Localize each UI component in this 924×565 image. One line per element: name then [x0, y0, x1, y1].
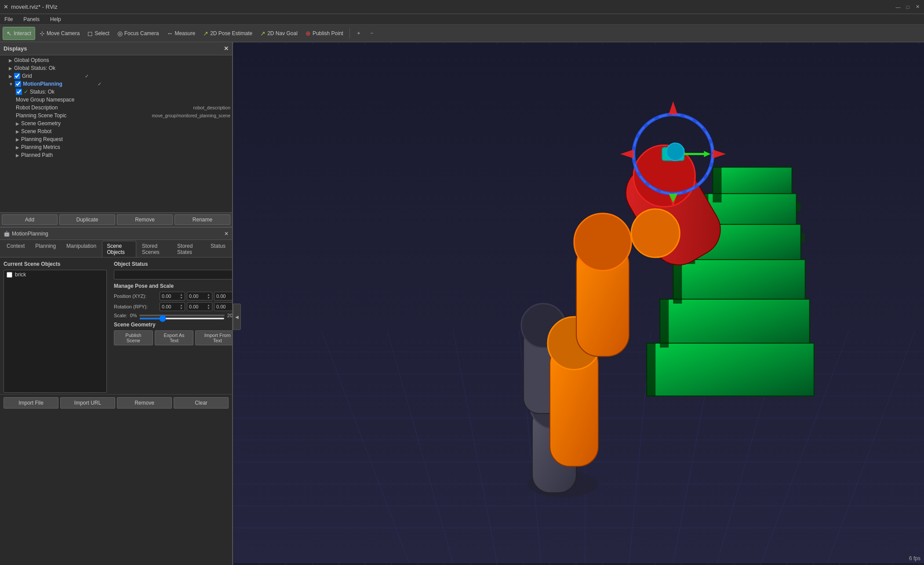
position-y-input[interactable]: ▲▼ — [187, 292, 212, 301]
window-controls: — □ ✕ — [895, 4, 920, 10]
interact-button[interactable]: ↖ Interact — [3, 27, 35, 40]
nav-goal-icon: ↗ — [260, 30, 266, 37]
move-camera-button[interactable]: ⊹ Move Camera — [36, 27, 83, 40]
menu-file[interactable]: File — [2, 15, 15, 23]
tab-scene-objects[interactable]: Scene Objects — [102, 241, 136, 257]
robot-icon: 🤖 — [4, 231, 10, 237]
import-from-text-button[interactable]: Import From Text — [195, 330, 232, 345]
tab-stored-scenes[interactable]: Stored Scenes — [137, 241, 171, 257]
pos-x-down[interactable]: ▼ — [180, 296, 183, 299]
rotation-r-input[interactable]: ▲▼ — [160, 302, 185, 311]
rotation-y-input[interactable]: ▲▼ — [214, 302, 232, 311]
svg-rect-28 — [713, 167, 721, 203]
tree-item-global-options[interactable]: ▶ Global Options — [0, 56, 232, 64]
pos-y-up[interactable]: ▲ — [207, 293, 210, 296]
tree-item-robot-description[interactable]: Robot Description robot_description — [0, 104, 232, 112]
menu-panels[interactable]: Panels — [21, 15, 42, 23]
3d-scene — [233, 42, 924, 565]
clear-button[interactable]: Clear — [174, 397, 229, 409]
rot-y-value[interactable] — [216, 304, 232, 309]
rotation-p-input[interactable]: ▲▼ — [187, 302, 212, 311]
add-display-button[interactable]: Add — [2, 214, 58, 225]
rot-r-value[interactable] — [162, 304, 179, 309]
plus-icon: ＋ — [356, 29, 361, 37]
tab-stored-states[interactable]: Stored States — [172, 241, 205, 257]
maximize-button[interactable]: □ — [905, 4, 911, 10]
menu-help[interactable]: Help — [47, 15, 64, 23]
displays-tree[interactable]: ▶ Global Options ▶ Global Status: Ok ▶ G… — [0, 55, 232, 212]
tree-item-motion-planning[interactable]: ▼ MotionPlanning ✓ — [0, 80, 232, 88]
viewport[interactable]: ◀ 6 fps — [233, 42, 924, 565]
displays-buttons: Add Duplicate Remove Rename — [0, 212, 232, 227]
menu-bar: File Panels Help — [0, 14, 924, 25]
2d-nav-goal-button[interactable]: ↗ 2D Nav Goal — [257, 27, 301, 40]
object-list[interactable]: brick — [4, 270, 107, 393]
focus-camera-button[interactable]: ◎ Focus Camera — [114, 27, 163, 40]
motion-planning-panel-title: 🤖 MotionPlanning — [4, 231, 48, 237]
tree-item-planning-scene-topic[interactable]: Planning Scene Topic move_group/monitore… — [0, 112, 232, 120]
remove-display-button[interactable]: Remove — [117, 214, 173, 225]
brick-checkbox[interactable] — [7, 272, 12, 278]
tree-item-scene-geometry[interactable]: ▶ Scene Geometry — [0, 120, 232, 127]
displays-close[interactable]: ✕ — [224, 45, 229, 52]
measure-icon: ↔ — [167, 30, 173, 37]
brick-label: brick — [15, 272, 26, 278]
pos-x-up[interactable]: ▲ — [180, 293, 183, 296]
object-status-box — [114, 270, 232, 279]
minimize-button[interactable]: — — [895, 4, 901, 10]
robot-description-value: robot_description — [193, 105, 230, 110]
scale-range-input[interactable] — [139, 318, 224, 319]
rot-p-up[interactable]: ▲ — [207, 304, 210, 307]
pos-z-value[interactable] — [216, 293, 232, 299]
tree-item-planned-path[interactable]: ▶ Planned Path — [0, 151, 232, 159]
import-url-button[interactable]: Import URL — [60, 397, 115, 409]
publish-scene-button[interactable]: Publish Scene — [114, 330, 153, 345]
scene-objects-layout: Current Scene Objects brick Object Statu… — [4, 261, 229, 393]
duplicate-display-button[interactable]: Duplicate — [59, 214, 115, 225]
rename-display-button[interactable]: Rename — [175, 214, 230, 225]
motion-panel-close[interactable]: ✕ — [224, 231, 229, 237]
tab-context[interactable]: Context — [2, 241, 29, 257]
measure-button[interactable]: ↔ Measure — [163, 27, 199, 40]
export-as-text-button[interactable]: Export As Text — [155, 330, 194, 345]
publish-point-button[interactable]: ⊕ Publish Point — [302, 27, 347, 40]
tree-item-planning-request[interactable]: ▶ Planning Request — [0, 135, 232, 143]
scale-label: Scale: — [114, 313, 127, 318]
scene-objects-content: Current Scene Objects brick Object Statu… — [0, 257, 232, 394]
status-checkbox[interactable] — [16, 89, 22, 95]
tab-status[interactable]: Status — [206, 241, 230, 257]
select-button[interactable]: ◻ Select — [84, 27, 113, 40]
tab-manipulation[interactable]: Manipulation — [62, 241, 101, 257]
pos-x-value[interactable] — [162, 293, 179, 299]
2d-pose-estimate-button[interactable]: ↗ 2D Pose Estimate — [200, 27, 256, 40]
rot-p-down[interactable]: ▼ — [207, 307, 210, 310]
tab-planning[interactable]: Planning — [30, 241, 61, 257]
pos-y-down[interactable]: ▼ — [207, 296, 210, 299]
remove-object-button[interactable]: Remove — [117, 397, 172, 409]
rot-p-value[interactable] — [189, 304, 207, 309]
pos-y-value[interactable] — [189, 293, 207, 299]
motion-planning-checkbox[interactable] — [15, 81, 21, 87]
tree-item-global-status[interactable]: ▶ Global Status: Ok — [0, 64, 232, 72]
tree-item-scene-robot[interactable]: ▶ Scene Robot — [0, 127, 232, 135]
list-item[interactable]: brick — [4, 270, 106, 279]
rot-r-down[interactable]: ▼ — [180, 307, 183, 310]
toolbar-minus-button[interactable]: － — [366, 27, 378, 40]
tree-item-move-group[interactable]: Move Group Namespace — [0, 96, 232, 104]
close-button[interactable]: ✕ — [914, 4, 920, 10]
tree-item-planning-metrics[interactable]: ▶ Planning Metrics — [0, 143, 232, 151]
svg-rect-32 — [660, 299, 669, 348]
tree-item-status-ok[interactable]: ✓ Status: Ok — [0, 88, 232, 96]
position-z-input[interactable]: ▲▼ — [214, 292, 232, 301]
scene-geometry-label: Scene Geometry — [114, 322, 232, 328]
tree-item-grid[interactable]: ▶ Grid ✓ — [0, 72, 232, 80]
import-file-button[interactable]: Import File — [4, 397, 58, 409]
position-x-input[interactable]: ▲▼ — [160, 292, 185, 301]
expand-arrow: ▶ — [9, 66, 12, 71]
toolbar-plus-button[interactable]: ＋ — [353, 27, 365, 40]
planning-scene-label: Planning Scene Topic — [16, 112, 66, 119]
rot-r-up[interactable]: ▲ — [180, 304, 183, 307]
panel-collapse-button[interactable]: ◀ — [233, 304, 241, 330]
grid-checkbox[interactable] — [14, 73, 20, 79]
scale-slider[interactable] — [139, 315, 224, 316]
